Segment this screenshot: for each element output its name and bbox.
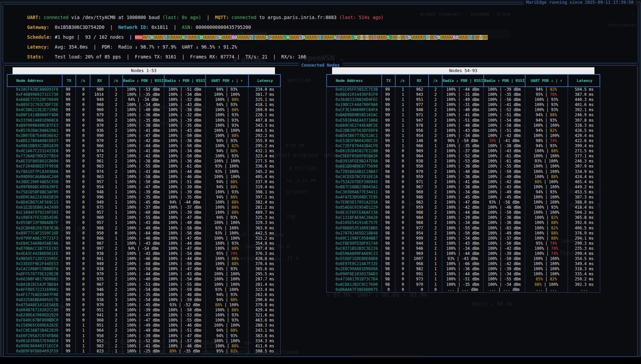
- rx-count: 966: [90, 118, 109, 123]
- tx-rate: 1: [76, 344, 90, 349]
- radio-down-pdr-rssi: 100% | -40 dBm: [442, 107, 484, 112]
- latency-value: 370.4 ms: [248, 261, 281, 266]
- connected-nodes-title: Connected Nodes: [299, 63, 343, 68]
- schedule-slot: D: [409, 35, 411, 40]
- node-address: 0x0E1CF6FCEA6AF238: [327, 210, 382, 215]
- schedule-slot: U: [480, 35, 482, 40]
- latency-value: 295.2 ms: [248, 143, 281, 149]
- radio-down-pdr-rssi: 100% | -47 dBm: [123, 318, 164, 323]
- rx-rate: 1: [109, 190, 123, 195]
- tx-count: 99: [62, 107, 76, 112]
- rx-rate: 1: [109, 210, 123, 215]
- table-row: 0x8D4CB87CAF369C139909491100% | -45 dBm9…: [7, 200, 280, 205]
- tx-rate: 1: [395, 97, 410, 102]
- tx-rate: 0: [76, 297, 90, 302]
- rx-rate: 4: [109, 308, 123, 313]
- tx-rate: 0: [395, 261, 410, 266]
- node-address: 0xDFF570779E329E2B: [7, 272, 62, 277]
- radio-up-pdr-rssi: 100% | -50 dBm: [484, 256, 525, 261]
- col-rx: RX: [410, 75, 429, 86]
- rx-rate: 2: [429, 107, 442, 112]
- tx-count: 99: [62, 220, 76, 225]
- radio-down-pdr-rssi: 100% | -31 dBm: [442, 92, 484, 97]
- tx-rate: 0: [76, 266, 90, 272]
- rx-count: 943: [410, 92, 429, 97]
- radio-down-pdr-rssi: 100% | -38 dBm: [123, 159, 164, 164]
- tmux-status-bar: [3-dotbot] 1zsh 2vi 3zsh 4python (5.1*py…: [0, 357, 641, 364]
- node-address: 0xDD0CA62243665830: [7, 195, 62, 200]
- radio-down-pdr-rssi: 100% | -39 dBm: [123, 190, 164, 195]
- tx-rate: 0: [395, 251, 410, 256]
- radio-down-pdr-rssi: 100% | -43 dBm: [442, 128, 484, 133]
- table-row: 0xD70BACC1B77CE193990997294% | -54 dBm10…: [7, 246, 280, 251]
- table-row: 0xCF204B9DED7F993B9909631100% | -55 dBm1…: [7, 164, 280, 169]
- tx-rate: 0: [76, 261, 90, 266]
- tx-rate: 1: [76, 333, 90, 339]
- rx-rate: 2: [429, 236, 442, 241]
- tx-rate: 0: [76, 200, 90, 205]
- schedule-slot: UUUUU: [339, 35, 352, 40]
- radio-up-pdr-rssi: 100% | -44 dBm: [164, 256, 206, 261]
- uart-pdr-down-up: 100% | 100%: [206, 174, 248, 179]
- latency-value: 343.3 ms: [248, 123, 281, 128]
- node-address: 0x99FB08DC495639FE: [7, 185, 62, 190]
- radio-up-pdr-rssi: 100% | -56 dBm: [484, 97, 525, 102]
- radio-down-pdr-rssi: 100% | -40 dBm: [442, 169, 484, 174]
- node-address: 0x6BE41014430F81F0: [327, 92, 382, 97]
- radio-up-pdr-rssi: 100% | -43 dBm: [164, 128, 206, 133]
- node-address: 0xC72EF879443B4CFD: [327, 143, 382, 149]
- node-address: 0x8DE27B04A08C6937: [7, 138, 62, 143]
- tx-count: 99: [62, 328, 76, 333]
- radio-down-pdr-rssi: 100% | -44 dBm: [123, 143, 164, 149]
- rx-rate: 2: [109, 226, 123, 231]
- rx-rate: 2: [109, 292, 123, 297]
- latency-value: 295.5 ms: [248, 272, 281, 277]
- uart-pdr-down-up: 85% | 82%: [525, 277, 568, 282]
- latency-value: 411.0 ms: [248, 344, 281, 349]
- table-row: 0x6E97E0C214A7F32E9809681100% | -66 dBm1…: [327, 261, 600, 266]
- tx-rate: 1: [76, 349, 90, 354]
- radio-up-pdr-rssi: 100% | -45 dBm: [484, 195, 525, 200]
- radio-down-pdr-rssi: 100% | -60 dBm: [123, 210, 164, 215]
- rx-rate: 2: [109, 128, 123, 133]
- node-address: 0xEB4C34A9B458B7A6: [7, 241, 62, 246]
- latency-value: ...: [568, 287, 601, 292]
- rx-count: 983: [90, 344, 109, 349]
- table-row: 0xD8F1414B968FF4D89909792100% | -36 dBm1…: [7, 112, 280, 118]
- tx-rate: 0: [395, 236, 410, 241]
- uart-pdr-down-up: 100% | 88%: [206, 210, 248, 215]
- uart-pdr-down-up: 94% | 93%: [206, 102, 248, 107]
- tx-count: 98: [382, 200, 395, 205]
- tx-rate: 0: [76, 174, 90, 179]
- tx-rate: 0: [395, 179, 410, 185]
- node-address: 0x6638BF4B179D0882: [7, 277, 62, 282]
- table-row: 0x6BE41014430F81F09919432100% | -31 dBm1…: [327, 92, 600, 97]
- rx-rate: 2: [429, 246, 442, 251]
- uart-pdr-down-up: 100% | 88%: [206, 107, 248, 112]
- radio-up-pdr-rssi: 100% | -34 dBm: [164, 149, 206, 154]
- table-row: 0xF840C67BF899BDC09909682100% | -47 dBm1…: [7, 318, 280, 323]
- rx-rate: 1: [109, 164, 123, 169]
- node-address: 0x4E1A67C2532433E8: [7, 149, 62, 154]
- rx-rate: 1: [109, 87, 123, 92]
- latency-value: 453.5 ms: [568, 190, 601, 195]
- table-title-left: Nodes 1-53: [13, 67, 275, 74]
- rx-rate: 1: [109, 220, 123, 225]
- rx-rate: 1: [429, 261, 442, 266]
- schedule-slot: US: [368, 35, 374, 40]
- tx-count: 99: [62, 349, 76, 354]
- node-address: 0xE2DB39F563DFEDF8: [327, 128, 382, 133]
- node-address: 0x364D3326B34D4FEC: [327, 97, 382, 102]
- tx-rate: 0: [76, 256, 90, 261]
- uart-pdr-down-up: ... | ...: [525, 287, 568, 292]
- latency-value: 246.3 ms: [568, 159, 601, 164]
- table-row: 0x27A782465D21B8489809542100% | -50 dBm1…: [327, 231, 600, 236]
- uart-pdr-down-up: 100% | 100%: [206, 92, 248, 97]
- radio-down-pdr-rssi: 100% | -25 dBm: [123, 349, 164, 354]
- rx-count: 979: [90, 112, 109, 118]
- tx-count: 99: [62, 282, 76, 287]
- radio-up-pdr-rssi: 100% | -54 dBm: [484, 118, 525, 123]
- radio-up-pdr-rssi: 100% | -46 dBm: [484, 205, 525, 210]
- tx-count: 99: [62, 313, 76, 318]
- table-row: 0xCF3E340A90FC84FA9919482100% | -40 dBm1…: [327, 107, 600, 112]
